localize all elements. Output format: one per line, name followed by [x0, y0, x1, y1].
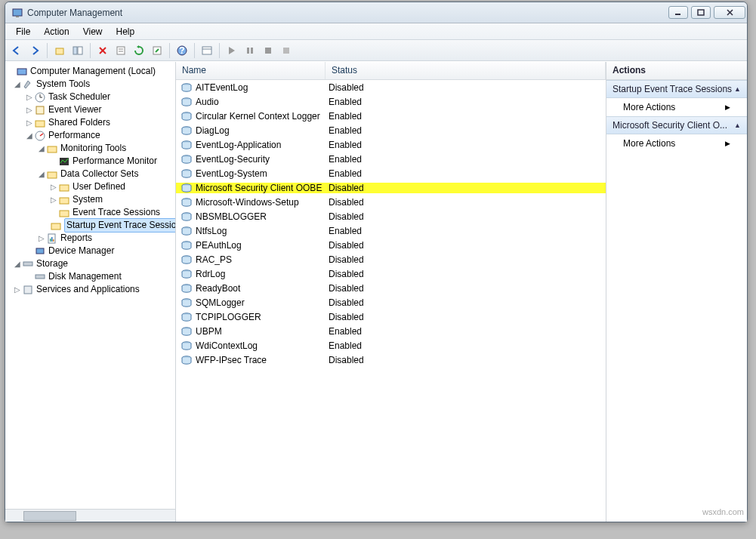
tree-root[interactable]: Computer Management (Local) — [5, 65, 175, 78]
list-item[interactable]: UBPMEnabled — [176, 324, 606, 338]
close-button[interactable] — [714, 6, 745, 19]
item-status: Disabled — [326, 211, 606, 222]
tree-performance[interactable]: ◢Performance — [5, 129, 175, 142]
forward-button[interactable] — [26, 42, 43, 59]
svg-rect-1 — [16, 16, 19, 17]
list-item[interactable]: TCPIPLOGGERDisabled — [176, 310, 606, 324]
minimize-button[interactable] — [668, 6, 688, 19]
tree-device-manager[interactable]: Device Manager — [5, 245, 175, 257]
list-item[interactable]: ReadyBootDisabled — [176, 281, 606, 295]
export-icon[interactable] — [149, 42, 165, 59]
toolbar: ? — [5, 40, 747, 61]
tree-performance-monitor[interactable]: Performance Monitor — [5, 155, 175, 168]
svg-rect-17 — [202, 47, 211, 54]
tree-task-scheduler[interactable]: ▷Task Scheduler — [5, 91, 175, 103]
svg-rect-21 — [265, 48, 271, 54]
list-item[interactable]: NtfsLogEnabled — [176, 223, 606, 238]
tree-scrollbar[interactable] — [5, 509, 175, 522]
more-actions-1[interactable]: More Actions▶ — [606, 98, 747, 116]
actions-pane: Actions Startup Event Trace Sessions▲ Mo… — [606, 62, 747, 522]
svg-rect-20 — [251, 48, 253, 54]
list-item[interactable]: RdrLogDisabled — [176, 266, 606, 281]
titlebar[interactable]: Computer Management — [5, 2, 747, 23]
tree-event-trace-sessions[interactable]: Event Trace Sessions — [5, 206, 175, 219]
list-item[interactable]: Microsoft Security Client OOBEDisabled — [176, 180, 606, 195]
item-name: Microsoft-Windows-Setup — [196, 197, 299, 208]
item-name: UBPM — [196, 326, 222, 337]
actions-section-startup[interactable]: Startup Event Trace Sessions▲ — [606, 80, 747, 98]
svg-rect-33 — [60, 185, 69, 191]
item-name: AITEventLog — [196, 82, 248, 93]
menu-view[interactable]: View — [77, 25, 109, 38]
list-item[interactable]: PEAuthLogDisabled — [176, 238, 606, 252]
tree-disk-management[interactable]: Disk Management — [5, 270, 175, 283]
show-hide-tree-icon[interactable] — [69, 42, 86, 59]
tree-system-tools[interactable]: ◢System Tools — [5, 78, 175, 91]
refresh-icon[interactable] — [131, 42, 147, 59]
client-area: Computer Management (Local) ◢System Tool… — [5, 61, 747, 522]
svg-rect-35 — [60, 211, 69, 217]
stop-icon[interactable] — [260, 42, 276, 59]
tree-shared-folders[interactable]: ▷Shared Folders — [5, 116, 175, 129]
help-icon[interactable]: ? — [174, 42, 190, 59]
trace-session-icon — [181, 82, 193, 93]
more-actions-2[interactable]: More Actions▶ — [606, 134, 747, 152]
menu-action[interactable]: Action — [38, 25, 75, 38]
list-item[interactable]: Circular Kernel Context LoggerEnabled — [176, 109, 606, 123]
properties-icon[interactable] — [113, 42, 129, 59]
tree-services-applications[interactable]: ▷Services and Applications — [5, 283, 175, 296]
item-name: WFP-IPsec Trace — [196, 355, 267, 365]
view-mode-icon[interactable] — [199, 42, 215, 59]
item-name: DiagLog — [196, 125, 230, 136]
tree-storage[interactable]: ◢Storage — [5, 257, 175, 270]
list-item[interactable]: WFP-IPsec TraceDisabled — [176, 353, 606, 367]
tree-startup-event-trace-sessions[interactable]: Startup Event Trace Sessions — [5, 219, 175, 232]
delete-icon[interactable] — [94, 42, 111, 59]
up-level-icon[interactable] — [51, 42, 68, 59]
list-item[interactable]: EventLog-SystemEnabled — [176, 166, 606, 180]
list-item[interactable]: NBSMBLOGGERDisabled — [176, 209, 606, 223]
trace-session-icon — [181, 140, 193, 150]
list-item[interactable]: Microsoft-Windows-SetupDisabled — [176, 195, 606, 209]
record-icon[interactable] — [278, 42, 295, 59]
tree-event-viewer[interactable]: ▷Event Viewer — [5, 103, 175, 116]
window-title: Computer Management — [27, 8, 668, 18]
svg-text:?: ? — [179, 45, 184, 56]
list-pane: Name Status AITEventLogDisabledAudioEnab… — [176, 62, 606, 522]
list-item[interactable]: EventLog-SecurityEnabled — [176, 152, 606, 166]
list-item[interactable]: DiagLogEnabled — [176, 123, 606, 137]
collapse-icon[interactable]: ▲ — [734, 85, 741, 93]
item-status: Enabled — [326, 125, 606, 136]
tree-system[interactable]: ▷System — [5, 193, 175, 206]
col-status[interactable]: Status — [326, 62, 606, 79]
play-icon[interactable] — [224, 42, 240, 59]
item-name: EventLog-Security — [196, 154, 270, 165]
svg-rect-40 — [53, 239, 54, 242]
tree-reports[interactable]: ▷Reports — [5, 232, 175, 245]
actions-section-item[interactable]: Microsoft Security Client O...▲ — [606, 116, 747, 134]
column-header[interactable]: Name Status — [176, 62, 606, 80]
tree-monitoring-tools[interactable]: ◢Monitoring Tools — [5, 142, 175, 155]
list-item[interactable]: WdiContextLogEnabled — [176, 338, 606, 353]
list[interactable]: AITEventLogDisabledAudioEnabledCircular … — [176, 80, 606, 522]
list-item[interactable]: RAC_PSDisabled — [176, 252, 606, 266]
list-item[interactable]: SQMLoggerDisabled — [176, 295, 606, 310]
maximize-button[interactable] — [691, 6, 711, 19]
tree-user-defined[interactable]: ▷User Defined — [5, 180, 175, 193]
svg-rect-28 — [35, 121, 45, 127]
tree-data-collector-sets[interactable]: ◢Data Collector Sets — [5, 168, 175, 180]
tree[interactable]: Computer Management (Local) ◢System Tool… — [5, 62, 175, 509]
menu-help[interactable]: Help — [110, 25, 141, 38]
list-item[interactable]: AudioEnabled — [176, 94, 606, 109]
trace-session-icon — [181, 283, 193, 294]
trace-session-icon — [181, 154, 193, 165]
col-name[interactable]: Name — [176, 62, 326, 79]
collapse-icon[interactable]: ▲ — [734, 122, 741, 129]
watermark: wsxdn.com — [702, 507, 744, 516]
back-button[interactable] — [8, 42, 25, 59]
trace-session-icon — [181, 326, 193, 337]
list-item[interactable]: AITEventLogDisabled — [176, 80, 606, 94]
pause-icon[interactable] — [242, 42, 258, 59]
menu-file[interactable]: File — [10, 25, 36, 38]
list-item[interactable]: EventLog-ApplicationEnabled — [176, 137, 606, 152]
